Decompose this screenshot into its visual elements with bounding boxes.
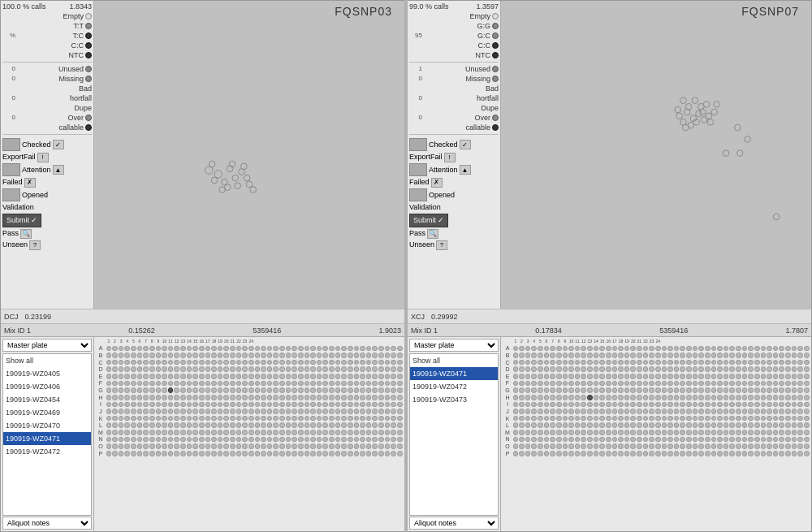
grid-cell bbox=[137, 416, 143, 422]
attention-row-left[interactable]: Attention ▲ bbox=[22, 165, 64, 175]
submit-button-right[interactable]: Submit ✓ bbox=[409, 214, 448, 227]
grid-cell bbox=[354, 346, 360, 352]
unseen-row-right[interactable]: Unseen ? bbox=[409, 240, 499, 250]
validation-row-right[interactable]: Validation bbox=[409, 202, 499, 213]
legend-ntc-dot-right bbox=[492, 52, 499, 58]
grid-cell bbox=[556, 381, 562, 387]
left-aliquot-dropdown[interactable]: Aliquot notes bbox=[2, 517, 92, 530]
unseen-row-left[interactable]: Unseen ? bbox=[2, 240, 92, 250]
grid-cell bbox=[563, 366, 568, 372]
grid-cell bbox=[248, 374, 254, 379]
grid-cell bbox=[329, 353, 335, 358]
submit-row-left[interactable]: Submit ✓ bbox=[2, 214, 92, 227]
sample-wz0471-left[interactable]: 190919-WZ0471 bbox=[3, 432, 91, 445]
grid-cell bbox=[544, 402, 550, 408]
sample-show-all-right[interactable]: Show all bbox=[410, 354, 498, 367]
grid-cell bbox=[705, 402, 710, 408]
grid-cell bbox=[773, 353, 779, 358]
grid-cell bbox=[279, 451, 285, 456]
grid-cell bbox=[599, 422, 605, 428]
grid-cell bbox=[544, 374, 550, 379]
sample-show-all-left[interactable]: Show all bbox=[3, 354, 91, 367]
grid-cell bbox=[341, 387, 347, 393]
sample-wz0472-left[interactable]: 190919-WZ0472 bbox=[3, 445, 91, 458]
checked-row-right[interactable]: Checked ✓ bbox=[429, 140, 471, 150]
sample-wz0470-left[interactable]: 190919-WZ0470 bbox=[3, 419, 91, 432]
grid-cell bbox=[563, 402, 568, 408]
right-aliquot-dropdown[interactable]: Aliquot notes bbox=[409, 517, 499, 530]
grid-cell bbox=[341, 430, 347, 435]
grid-cell bbox=[211, 402, 217, 408]
grid-cell bbox=[761, 366, 767, 372]
grid-cell bbox=[686, 346, 692, 352]
rdot-13 bbox=[707, 119, 714, 126]
legend-missing-dot-right bbox=[492, 76, 499, 82]
failed-row-left[interactable]: Failed ✗ bbox=[2, 177, 92, 188]
grid-cell bbox=[612, 437, 618, 443]
sample-wz0405-left[interactable]: 190919-WZ0405 bbox=[3, 367, 91, 380]
checked-icon-left: ✓ bbox=[53, 140, 64, 149]
pass-row-right[interactable]: Pass 🔍 bbox=[409, 228, 499, 239]
grid-cell bbox=[674, 360, 680, 365]
right-sample-list[interactable]: Show all 190919-WZ0471 190919-WZ0472 190… bbox=[409, 353, 499, 516]
checked-row-left[interactable]: Checked ✓ bbox=[22, 140, 64, 150]
sample-wz0472-right[interactable]: 190919-WZ0472 bbox=[410, 380, 498, 393]
sample-wz0471-right[interactable]: 190919-WZ0471 bbox=[410, 367, 498, 380]
grid-cell bbox=[131, 381, 136, 387]
grid-cell bbox=[329, 430, 335, 435]
left-plate-dropdown[interactable]: Master plate bbox=[2, 339, 92, 352]
grid-cell bbox=[761, 387, 767, 393]
grid-cell bbox=[519, 430, 525, 435]
grid-cell bbox=[304, 395, 310, 400]
sample-wz0473-right[interactable]: 190919-WZ0473 bbox=[410, 393, 498, 406]
grid-cell bbox=[723, 402, 729, 408]
grid-cell bbox=[705, 346, 710, 352]
exportfail-row-right[interactable]: ExportFail ! bbox=[409, 152, 499, 162]
sample-wz0406-left[interactable]: 190919-WZ0406 bbox=[3, 380, 91, 393]
exportfail-row-left[interactable]: ExportFail ! bbox=[2, 152, 92, 162]
failed-row-right[interactable]: Failed ✗ bbox=[409, 177, 499, 188]
grid-cell bbox=[698, 353, 704, 358]
grid-cell bbox=[391, 443, 396, 449]
grid-cell bbox=[612, 374, 618, 379]
opened-row-right[interactable]: Opened bbox=[429, 190, 455, 201]
attention-row-right[interactable]: Attention ▲ bbox=[429, 165, 471, 175]
grid-cell bbox=[205, 381, 211, 387]
grid-cell bbox=[385, 430, 391, 435]
grid-cell bbox=[143, 346, 149, 352]
grid-cell bbox=[205, 430, 211, 435]
grid-cell bbox=[211, 409, 217, 414]
submit-button-left[interactable]: Submit ✓ bbox=[2, 214, 41, 227]
grid-cell bbox=[630, 443, 636, 449]
grid-cell bbox=[680, 346, 685, 352]
grid-cell bbox=[348, 443, 353, 449]
left-sample-list[interactable]: Show all 190919-WZ0405 190919-WZ0406 190… bbox=[2, 353, 92, 516]
grid-cell bbox=[267, 381, 273, 387]
grid-cell bbox=[649, 451, 654, 456]
grid-cell bbox=[137, 402, 143, 408]
dot-14 bbox=[205, 167, 214, 175]
grid-cell bbox=[538, 395, 543, 400]
grid-cell bbox=[354, 353, 360, 358]
grid-cell bbox=[804, 443, 810, 449]
grid-cell bbox=[742, 409, 748, 414]
validation-row-left[interactable]: Validation bbox=[2, 202, 92, 213]
grid-cell bbox=[779, 360, 784, 365]
grid-cell bbox=[378, 422, 384, 428]
grid-cell bbox=[705, 443, 710, 449]
grid-cell bbox=[649, 409, 654, 414]
grid-cell bbox=[568, 430, 574, 435]
grid-cell bbox=[643, 387, 649, 393]
right-plate-dropdown[interactable]: Master plate bbox=[409, 339, 499, 352]
pass-row-left[interactable]: Pass 🔍 bbox=[2, 228, 92, 239]
grid-cell bbox=[563, 437, 568, 443]
sample-wz0469-left[interactable]: 190919-WZ0469 bbox=[3, 406, 91, 419]
opened-row-left[interactable]: Opened bbox=[22, 190, 48, 201]
grid-cell bbox=[187, 346, 192, 352]
grid-cell bbox=[705, 395, 710, 400]
sample-wz0454-left[interactable]: 190919-WZ0454 bbox=[3, 393, 91, 406]
submit-row-right[interactable]: Submit ✓ bbox=[409, 214, 499, 227]
grid-cell bbox=[131, 346, 136, 352]
grid-cell bbox=[736, 443, 741, 449]
right-axis-bar: Mix ID 1 0.17834 5359416 1.7807 bbox=[408, 323, 811, 336]
